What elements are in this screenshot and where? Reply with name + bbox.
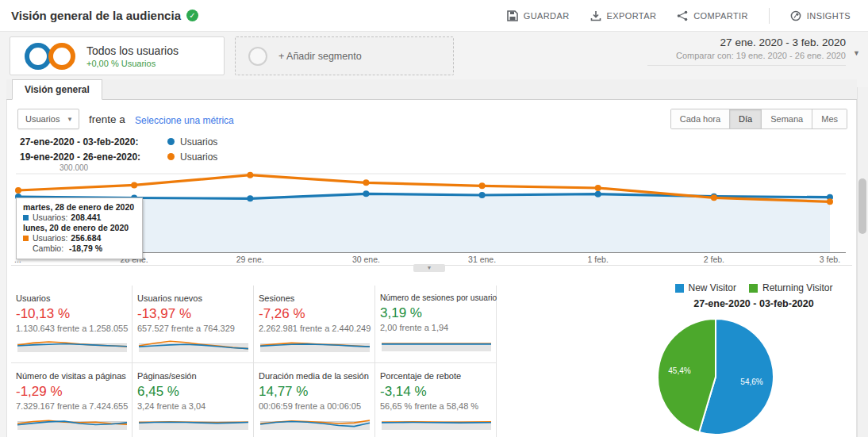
metric-card-usuarios-nuevos: Usuarios nuevos -13,97 % 657.527 frente …	[133, 286, 254, 363]
pie-title: 27-ene-2020 - 03-feb-2020	[643, 298, 865, 309]
date-range-text: 27 ene. 2020 - 3 feb. 2020	[647, 36, 846, 48]
header-bar: Visión general de la audiencia ✓ GUARDAR…	[0, 0, 868, 32]
metric-card-paginas-sesion: Páginas/sesión 6,45 % 3,24 frente a 3,04	[133, 363, 254, 437]
svg-text:3 feb.: 3 feb.	[820, 255, 840, 264]
visitor-type-pie-chart[interactable]: 54,6%45,4%	[652, 312, 779, 437]
insights-icon	[790, 10, 801, 21]
tab-overview[interactable]: Visión general	[12, 79, 102, 100]
svg-text:31 ene.: 31 ene.	[468, 255, 496, 264]
share-icon	[677, 10, 688, 21]
metric-card-sesiones: Sesiones -7,26 % 2.262.981 frente a 2.44…	[254, 286, 375, 363]
sparkline	[137, 336, 250, 354]
metric-card-porcentaje-rebote: Porcentaje de rebote -3,14 % 56,65 % fre…	[375, 363, 497, 437]
sparkline	[380, 414, 493, 431]
toolbar-divider	[769, 8, 770, 24]
pie-legend-new-visitor: New Visitor	[675, 282, 736, 293]
verified-check-icon: ✓	[186, 10, 198, 21]
metric-card-usuarios: Usuarios -10,13 % 1.130.643 frente a 1.2…	[11, 286, 133, 363]
segment-all-users[interactable]: Todos los usuarios +0,00 % Usuarios	[10, 36, 225, 75]
tooltip-square-blue-icon	[23, 215, 29, 220]
header-toolbar: GUARDAR EXPORTAR COMPARTIR INSIGHTS	[507, 0, 851, 32]
save-button[interactable]: GUARDAR	[507, 10, 570, 21]
date-range-picker[interactable]: 27 ene. 2020 - 3 feb. 2020 Comparar con:…	[647, 36, 846, 66]
metric-card-sesiones-por-usuario: Número de sesiones por usuario 3,19 % 2,…	[375, 286, 497, 363]
save-icon	[507, 10, 518, 21]
svg-text:45,4%: 45,4%	[668, 366, 690, 375]
metric-select-dropdown[interactable]: Usuarios ▼	[17, 109, 79, 129]
date-compare-text: Comparar con: 19 ene. 2020 - 26 ene. 202…	[647, 51, 846, 60]
metrics-summary-grid: Usuarios -10,13 % 1.130.643 frente a 1.2…	[11, 286, 497, 437]
page-title: Visión general de la audiencia	[11, 9, 181, 22]
segment-ring-blue-icon	[25, 43, 52, 70]
chart-tooltip: martes, 28 de enero de 2020 Usuarios: 20…	[16, 197, 143, 259]
svg-text:1 feb.: 1 feb.	[588, 255, 609, 264]
audience-overview-page: Visión general de la audiencia ✓ GUARDAR…	[0, 0, 868, 437]
chart-legend: 27-ene-2020 - 03-feb-2020: Usuarios 19-e…	[20, 134, 217, 164]
vertical-scrollbar-thumb[interactable]	[858, 178, 866, 234]
legend-square-blue-icon	[675, 284, 684, 293]
select-metric-link[interactable]: Seleccione una métrica	[135, 115, 234, 126]
svg-text:29 ene.: 29 ene.	[236, 255, 264, 264]
chevron-down-icon: ▼	[67, 110, 73, 129]
legend-dot-blue-icon	[167, 138, 175, 145]
granularity-hourly-button[interactable]: Cada hora	[671, 109, 729, 128]
legend-dot-orange-icon	[167, 153, 175, 160]
tab-bar: Visión general	[6, 79, 857, 100]
sparkline	[380, 335, 493, 353]
svg-text:54,6%: 54,6%	[740, 378, 762, 386]
sparkline	[259, 336, 371, 354]
svg-text:30 ene.: 30 ene.	[352, 255, 380, 264]
pie-legend-returning-visitor: Returning Visitor	[749, 282, 833, 293]
vertical-scrollbar-track[interactable]	[857, 87, 868, 437]
svg-text:300.000: 300.000	[60, 163, 89, 172]
sparkline	[16, 336, 129, 354]
tooltip-square-orange-icon	[23, 236, 29, 241]
segment-delta: +0,00 % Usuarios	[86, 59, 179, 68]
granularity-month-button[interactable]: Mes	[812, 109, 847, 128]
granularity-day-button[interactable]: Día	[729, 109, 761, 128]
pie-legend: New Visitor Returning Visitor	[643, 282, 865, 293]
sparkline	[137, 414, 250, 431]
tooltip-change-value: -18,79 %	[69, 243, 102, 253]
svg-text:2 feb.: 2 feb.	[704, 255, 724, 264]
add-segment-button[interactable]: + Añadir segmento	[235, 36, 454, 75]
metric-card-duracion-sesion: Duración media de la sesión 14,77 % 00:0…	[254, 363, 375, 437]
metric-card-visitas-paginas: Número de visitas a páginas -1,29 % 7.32…	[11, 363, 133, 437]
share-button[interactable]: COMPARTIR	[677, 10, 748, 21]
granularity-week-button[interactable]: Semana	[761, 109, 812, 128]
segment-title: Todos los usuarios	[86, 44, 179, 57]
chevron-down-icon: ▼	[853, 49, 860, 57]
add-segment-label: + Añadir segmento	[278, 51, 362, 62]
export-button[interactable]: EXPORTAR	[590, 10, 657, 21]
legend-row-current: 27-ene-2020 - 03-feb-2020: Usuarios	[20, 134, 217, 149]
insights-button[interactable]: INSIGHTS	[790, 10, 851, 21]
sparkline	[16, 414, 129, 431]
download-icon	[590, 10, 601, 21]
sparkline	[259, 414, 371, 431]
segment-ring-orange-icon	[48, 43, 75, 70]
chart-collapse-handle[interactable]: ▼	[413, 264, 445, 272]
granularity-button-group: Cada hora Día Semana Mes	[670, 109, 847, 129]
add-segment-circle-icon	[248, 47, 267, 66]
vs-label: frente a	[89, 113, 125, 125]
legend-square-green-icon	[749, 284, 758, 293]
